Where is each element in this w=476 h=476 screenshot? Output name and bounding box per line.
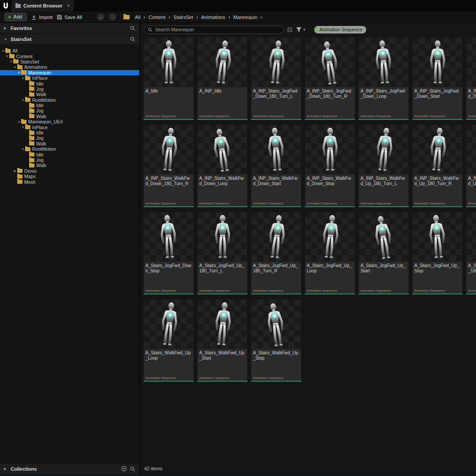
asset-tile[interactable]: A_Stairs_JogFwd_Down_Stop Animation Sequ… [143, 212, 194, 294]
tab-content-browser[interactable]: Content Browser × [11, 0, 74, 11]
folder-tree-row[interactable]: Mesh [0, 179, 139, 184]
folder-tree-row[interactable]: ▼ Mannequin [0, 70, 139, 75]
asset-tile[interactable]: A_INP_Stairs_WalkFwd_Down_180_Turn_L Ani… [466, 37, 476, 120]
add-button[interactable]: + Add [4, 13, 27, 21]
collections-search-icon[interactable] [130, 466, 135, 472]
back-button[interactable]: ← [97, 13, 104, 21]
tree-chevron-icon[interactable]: ▼ [1, 49, 5, 52]
folder-tree-row[interactable]: ▼ InPlace [0, 124, 139, 130]
search-input[interactable] [155, 27, 280, 32]
tree-chevron-icon[interactable]: ▶ [13, 169, 17, 173]
folder-tree-row[interactable]: Jog [0, 157, 139, 163]
folder-tree-row[interactable]: ▼ RootMotion [0, 146, 139, 152]
folder-name: Demo [24, 168, 37, 174]
tab-close-icon[interactable]: × [67, 3, 70, 9]
folder-tree-row[interactable]: ▼ Mannequin_UE4 [0, 119, 139, 124]
asset-type-label: Animation Sequence [307, 114, 353, 118]
save-all-button[interactable]: Save All [57, 15, 82, 20]
folder-tree-row[interactable]: Jog [0, 86, 139, 92]
asset-tile[interactable]: A_INP_Stairs_WalkFwd_Up_180_Turn_L Anima… [358, 124, 409, 207]
asset-tile[interactable]: A_INP_Stairs_JogFwd_Down_Start Animation… [412, 37, 463, 120]
folder-icon [17, 180, 22, 184]
import-button[interactable]: Import [31, 15, 52, 20]
folder-tree-row[interactable]: Walk [0, 114, 139, 119]
favorites-section-header[interactable]: ▶ Favorites [0, 23, 139, 34]
asset-tile[interactable]: A_Stairs_JogFwd_Up_Start Animation Seque… [358, 212, 409, 294]
save-search-button[interactable] [287, 27, 293, 33]
folder-name: InPlace [32, 75, 48, 81]
folder-tree-row[interactable]: Jog [0, 135, 139, 141]
folder-name: Walk [36, 163, 46, 168]
favorites-search-icon[interactable] [130, 26, 135, 31]
tree-chevron-icon[interactable]: ▼ [21, 148, 25, 151]
asset-tile[interactable]: A_INP_Idle Animation Sequence [197, 37, 248, 120]
folder-tree-row[interactable]: Idle [0, 130, 139, 135]
folder-tree-row[interactable]: Maps [0, 174, 139, 179]
folder-tree-row[interactable]: ▼ Animations [0, 64, 139, 70]
asset-tile[interactable]: A_Stairs_JogFwd_Up_180_Turn_R Animation … [251, 212, 301, 294]
folder-tree-row[interactable]: Idle [0, 103, 139, 108]
add-collection-icon[interactable] [121, 466, 127, 472]
asset-tile[interactable]: A_Stairs_JogFwd_Up_180_Turn_L Animation … [197, 212, 248, 294]
asset-tile[interactable]: A_Stairs_WalkFwd_Up_Stop Animation Seque… [251, 299, 301, 382]
folder-tree-row[interactable]: ▼ StairsSet [0, 59, 139, 64]
asset-name: A_INP_Stairs_WalkFwd_Up_180_Turn_L [361, 176, 407, 186]
asset-tile[interactable]: A_INP_Stairs_WalkFwd_Down_Start Animatio… [251, 124, 301, 207]
folder-icon [29, 131, 34, 135]
asset-tile[interactable]: A_INP_Stairs_JogFwd_Down_Loop Animation … [358, 37, 409, 120]
tree-chevron-icon[interactable]: ▼ [9, 60, 13, 63]
sources-section-header[interactable]: ▼ StairsSet [0, 34, 139, 45]
tree-chevron-icon[interactable]: ▼ [21, 98, 25, 101]
tree-chevron-icon[interactable]: ▼ [13, 66, 17, 69]
asset-tile[interactable]: A_Stairs_WalkFwd_Up_Start Animation Sequ… [197, 299, 248, 382]
breadcrumb-item[interactable]: StairsSet › [174, 14, 201, 20]
asset-tile[interactable]: A_Stairs_WalkFwd_Up_Loop Animation Seque… [143, 299, 194, 382]
asset-tile[interactable]: A_INP_Stairs_JogFwd_Down_180_Turn_R Anim… [305, 37, 355, 120]
tree-chevron-icon[interactable]: ▼ [17, 120, 21, 123]
asset-tile[interactable]: A_Stairs_WalkFwd_Up_180_Turn_L Animation… [466, 212, 476, 294]
folder-tree-row[interactable]: ▶ Demo [0, 168, 139, 174]
asset-panel: ▼ Animation Sequence [140, 23, 476, 474]
collections-section-header[interactable]: ▶ Collections [0, 463, 139, 474]
asset-type-label: Animation Sequence [199, 114, 245, 118]
asset-tile[interactable]: A_INP_Stairs_WalkFwd_Down_Stop Animation… [305, 124, 355, 207]
search-box[interactable] [144, 26, 284, 34]
folder-tree-row[interactable]: Walk [0, 163, 139, 168]
tree-chevron-icon[interactable]: ▼ [17, 71, 21, 74]
folder-tree-row[interactable]: Walk [0, 141, 139, 146]
folder-tree-row[interactable]: Idle [0, 152, 139, 157]
asset-tile[interactable]: A_Stairs_JogFwd_Up_Loop Animation Sequen… [305, 212, 355, 294]
asset-name: A_Stairs_WalkFwd_Up_Loop [145, 350, 192, 361]
breadcrumb-item[interactable]: All › [135, 14, 149, 20]
asset-tile[interactable]: A_INP_Stairs_WalkFwd_Up_Loop Animation S… [466, 124, 476, 207]
breadcrumb-item[interactable]: Animations › [201, 14, 234, 20]
folder-name: Idle [36, 152, 44, 157]
tree-chevron-icon[interactable]: ▼ [5, 55, 9, 58]
sources-search-icon[interactable] [130, 37, 135, 42]
asset-name: A_Stairs_JogFwd_Up_180_Turn_L [199, 263, 245, 274]
filter-badge-animation-sequence[interactable]: Animation Sequence [314, 26, 366, 33]
asset-tile[interactable]: A_INP_Stairs_JogFwd_Down_180_Turn_L Anim… [251, 37, 301, 120]
folder-tree-row[interactable]: ▼ InPlace [0, 75, 139, 81]
folder-tree-row[interactable]: Idle [0, 81, 139, 86]
breadcrumb-item[interactable]: Content › [149, 14, 174, 20]
folder-tree-row[interactable]: ▼ RootMotion [0, 97, 139, 103]
breadcrumb-item[interactable]: Mannequin › [233, 14, 265, 20]
asset-thumbnail [144, 212, 193, 262]
asset-type-label: Animation Sequence [307, 289, 353, 293]
asset-tile[interactable]: A_Stairs_JogFwd_Up_Stop Animation Sequen… [412, 212, 463, 294]
folder-tree-row[interactable]: ▼ Content [0, 53, 139, 59]
tree-chevron-icon[interactable]: ▼ [21, 126, 25, 129]
asset-type-label: Animation Sequence [361, 201, 407, 205]
filter-button[interactable]: ▼ [296, 27, 306, 32]
folder-icon [29, 82, 34, 86]
asset-tile[interactable]: A_INP_Stairs_WalkFwd_Up_180_Turn_R Anima… [412, 124, 463, 207]
folder-tree-row[interactable]: Jog [0, 108, 139, 113]
forward-button[interactable]: → [109, 13, 116, 21]
folder-tree-row[interactable]: ▼ All [0, 48, 139, 53]
asset-tile[interactable]: A_Idle Animation Sequence [143, 37, 194, 120]
asset-tile[interactable]: A_INP_Stairs_WalkFwd_Down_Loop Animation… [197, 124, 248, 207]
asset-tile[interactable]: A_INP_Stairs_WalkFwd_Down_180_Turn_R Ani… [143, 124, 194, 207]
folder-tree-row[interactable]: Walk [0, 92, 139, 97]
tree-chevron-icon[interactable]: ▼ [21, 77, 25, 80]
